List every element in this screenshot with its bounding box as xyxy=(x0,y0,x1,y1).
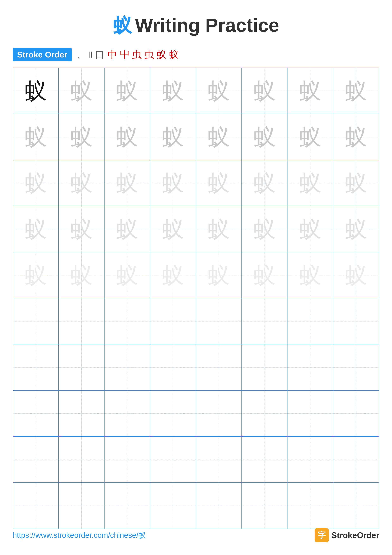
grid-cell[interactable] xyxy=(13,298,59,344)
grid-cell[interactable]: 蚁 xyxy=(242,114,287,160)
practice-char: 蚁 xyxy=(116,264,138,286)
grid-cell[interactable]: 蚁 xyxy=(13,252,59,298)
stroke-9: 蚁 xyxy=(169,48,179,61)
grid-cell[interactable] xyxy=(150,298,196,344)
grid-cell[interactable]: 蚁 xyxy=(150,160,196,206)
grid-cell[interactable] xyxy=(242,391,287,436)
grid-cell[interactable]: 蚁 xyxy=(150,252,196,298)
grid-row-8 xyxy=(13,391,379,437)
grid-cell[interactable]: 蚁 xyxy=(287,252,333,298)
grid-cell[interactable] xyxy=(150,391,196,436)
grid-cell[interactable] xyxy=(333,298,379,344)
grid-cell[interactable]: 蚁 xyxy=(196,68,242,114)
grid-cell[interactable]: 蚁 xyxy=(196,206,242,252)
grid-cell[interactable]: 蚁 xyxy=(242,252,287,298)
grid-cell[interactable]: 蚁 xyxy=(150,68,196,114)
grid-cell[interactable]: 蚁 xyxy=(150,206,196,252)
grid-cell[interactable]: 蚁 xyxy=(287,68,333,114)
grid-cell[interactable] xyxy=(105,437,150,482)
grid-cell[interactable] xyxy=(13,391,59,436)
logo-text: StrokeOrder xyxy=(331,531,379,540)
grid-cell[interactable]: 蚁 xyxy=(59,160,104,206)
grid-cell[interactable]: 蚁 xyxy=(59,206,104,252)
practice-char: 蚁 xyxy=(299,80,321,102)
grid-cell[interactable]: 蚁 xyxy=(196,114,242,160)
grid-cell[interactable]: 蚁 xyxy=(105,206,150,252)
grid-cell[interactable] xyxy=(242,437,287,482)
stroke-1: 、 xyxy=(77,48,86,61)
grid-cell[interactable] xyxy=(59,344,104,390)
grid-cell[interactable]: 蚁 xyxy=(242,206,287,252)
grid-row-7 xyxy=(13,344,379,390)
grid-cell[interactable]: 蚁 xyxy=(333,160,379,206)
grid-cell[interactable]: 蚁 xyxy=(242,68,287,114)
grid-cell[interactable] xyxy=(59,483,104,528)
grid-cell[interactable] xyxy=(196,437,242,482)
grid-cell[interactable]: 蚁 xyxy=(105,252,150,298)
grid-cell[interactable]: 蚁 xyxy=(333,252,379,298)
grid-cell[interactable] xyxy=(242,344,287,390)
grid-cell[interactable]: 蚁 xyxy=(105,114,150,160)
practice-char: 蚁 xyxy=(116,126,138,148)
grid-cell[interactable] xyxy=(13,483,59,528)
grid-cell[interactable] xyxy=(105,391,150,436)
grid-cell[interactable] xyxy=(196,483,242,528)
grid-cell[interactable] xyxy=(13,437,59,482)
grid-cell[interactable] xyxy=(287,437,333,482)
grid-cell[interactable]: 蚁 xyxy=(13,68,59,114)
grid-cell[interactable]: 蚁 xyxy=(105,68,150,114)
grid-cell[interactable] xyxy=(196,298,242,344)
practice-char: 蚁 xyxy=(162,126,184,148)
writing-grid: 蚁 蚁 蚁 蚁 蚁 蚁 蚁 蚁 蚁 蚁 蚁 xyxy=(13,67,379,529)
grid-cell[interactable] xyxy=(196,344,242,390)
grid-cell[interactable] xyxy=(333,391,379,436)
grid-cell[interactable] xyxy=(287,344,333,390)
practice-char: 蚁 xyxy=(299,172,321,194)
grid-cell[interactable] xyxy=(242,483,287,528)
grid-row-1: 蚁 蚁 蚁 蚁 蚁 蚁 蚁 蚁 xyxy=(13,68,379,114)
grid-cell[interactable] xyxy=(333,344,379,390)
footer-url[interactable]: https://www.strokeorder.com/chinese/蚁 xyxy=(13,530,146,540)
grid-cell[interactable]: 蚁 xyxy=(333,68,379,114)
grid-cell[interactable]: 蚁 xyxy=(196,160,242,206)
grid-cell[interactable]: 蚁 xyxy=(287,114,333,160)
grid-row-2: 蚁 蚁 蚁 蚁 蚁 蚁 蚁 蚁 xyxy=(13,114,379,160)
grid-cell[interactable]: 蚁 xyxy=(59,252,104,298)
practice-char: 蚁 xyxy=(162,218,184,240)
grid-cell[interactable]: 蚁 xyxy=(13,114,59,160)
grid-cell[interactable]: 蚁 xyxy=(105,160,150,206)
grid-cell[interactable] xyxy=(59,391,104,436)
grid-cell[interactable]: 蚁 xyxy=(287,160,333,206)
grid-cell[interactable] xyxy=(287,391,333,436)
grid-cell[interactable] xyxy=(105,344,150,390)
grid-cell[interactable] xyxy=(13,344,59,390)
grid-cell[interactable] xyxy=(333,437,379,482)
grid-cell[interactable] xyxy=(242,298,287,344)
grid-cell[interactable]: 蚁 xyxy=(287,206,333,252)
grid-cell[interactable] xyxy=(333,483,379,528)
grid-cell[interactable]: 蚁 xyxy=(333,206,379,252)
grid-cell[interactable] xyxy=(150,344,196,390)
grid-cell[interactable] xyxy=(150,437,196,482)
grid-cell[interactable]: 蚁 xyxy=(333,114,379,160)
grid-cell[interactable] xyxy=(59,298,104,344)
practice-char: 蚁 xyxy=(299,218,321,240)
grid-cell[interactable]: 蚁 xyxy=(59,114,104,160)
practice-char: 蚁 xyxy=(345,80,367,102)
grid-cell[interactable]: 蚁 xyxy=(13,206,59,252)
footer: https://www.strokeorder.com/chinese/蚁 字 … xyxy=(0,528,392,542)
practice-char: 蚁 xyxy=(253,172,276,194)
grid-cell[interactable] xyxy=(287,298,333,344)
grid-cell[interactable] xyxy=(105,483,150,528)
grid-cell[interactable]: 蚁 xyxy=(196,252,242,298)
grid-cell[interactable] xyxy=(287,483,333,528)
grid-cell[interactable]: 蚁 xyxy=(242,160,287,206)
grid-cell[interactable] xyxy=(105,298,150,344)
grid-cell[interactable] xyxy=(150,483,196,528)
grid-cell[interactable]: 蚁 xyxy=(59,68,104,114)
grid-cell[interactable]: 蚁 xyxy=(150,114,196,160)
grid-cell[interactable] xyxy=(59,437,104,482)
practice-char: 蚁 xyxy=(253,264,276,286)
grid-cell[interactable] xyxy=(196,391,242,436)
grid-cell[interactable]: 蚁 xyxy=(13,160,59,206)
